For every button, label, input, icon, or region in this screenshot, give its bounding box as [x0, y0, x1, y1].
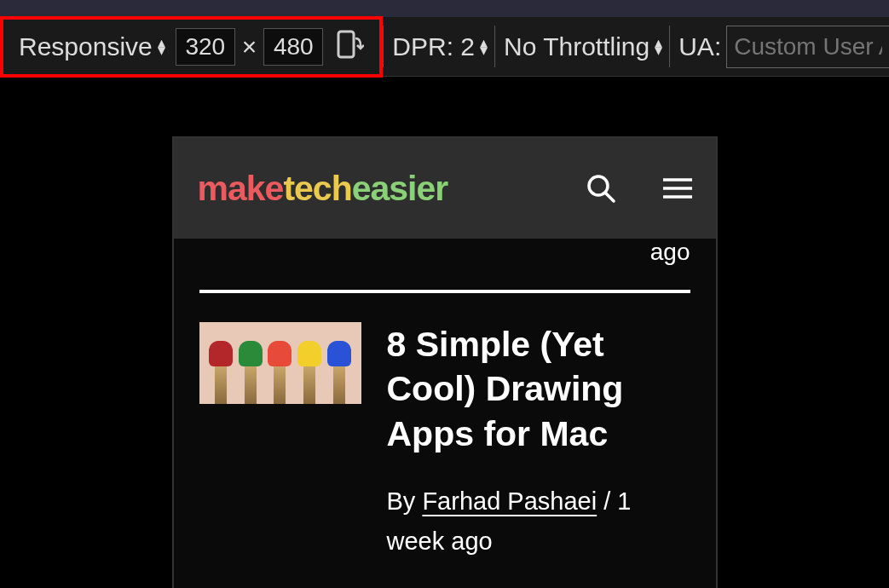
- viewport-height-input[interactable]: [263, 28, 323, 66]
- paintbrush-icon: [329, 341, 349, 404]
- search-button[interactable]: [569, 172, 632, 205]
- logo-part-tech: tech: [283, 169, 351, 208]
- svg-point-1: [589, 176, 608, 195]
- svg-rect-0: [338, 32, 354, 57]
- throttling-select[interactable]: No Throttling ▴▾: [495, 17, 669, 76]
- by-label: By: [387, 487, 423, 515]
- device-viewport-area: maketecheasier ago: [0, 77, 889, 588]
- search-icon: [585, 172, 617, 205]
- article-item: 8 Simple (Yet Cool) Drawing Apps for Mac…: [174, 293, 716, 569]
- paintbrush-icon: [240, 341, 261, 404]
- site-header: maketecheasier: [174, 138, 716, 239]
- previous-article-meta-tail: ago: [174, 239, 716, 290]
- ua-label-wrap: UA:: [670, 17, 726, 76]
- author-link[interactable]: Farhad Pashaei: [422, 487, 597, 515]
- rotate-device-button[interactable]: [326, 28, 372, 66]
- devtools-responsive-toolbar: Responsive ▴▾ × DPR: 2 ▴▾ No Throttling …: [0, 17, 889, 77]
- article-body: 8 Simple (Yet Cool) Drawing Apps for Mac…: [387, 322, 690, 561]
- dpr-select[interactable]: DPR: 2 ▴▾: [384, 17, 494, 76]
- highlighted-region: Responsive ▴▾ ×: [0, 16, 383, 78]
- article-meta: By Farhad Pashaei / 1 week ago: [387, 481, 690, 561]
- paintbrush-icon: [299, 341, 320, 404]
- sort-arrows-icon: ▴▾: [480, 39, 486, 53]
- svg-line-2: [606, 193, 614, 201]
- dpr-label: DPR: 2: [392, 32, 475, 61]
- viewport-width-input[interactable]: [176, 28, 235, 66]
- meta-separator: /: [597, 487, 617, 515]
- logo-part-make: make: [198, 169, 284, 208]
- article-thumbnail[interactable]: [199, 322, 361, 404]
- paintbrush-icon: [211, 341, 231, 404]
- throttling-label: No Throttling: [504, 32, 649, 61]
- ua-label: UA:: [678, 32, 721, 61]
- site-logo[interactable]: maketecheasier: [198, 169, 569, 209]
- simulated-page: maketecheasier ago: [172, 136, 718, 588]
- paintbrush-icon: [269, 341, 290, 404]
- sort-arrows-icon: ▴▾: [655, 39, 661, 53]
- browser-chrome-top: [0, 0, 889, 17]
- device-mode-select[interactable]: Responsive ▴▾: [10, 20, 172, 74]
- logo-part-easier: easier: [352, 169, 448, 208]
- article-title[interactable]: 8 Simple (Yet Cool) Drawing Apps for Mac: [387, 322, 690, 456]
- dimension-x-separator: ×: [239, 32, 261, 61]
- time-fragment: ago: [650, 239, 690, 265]
- device-rotate-icon: [335, 28, 364, 66]
- sort-arrows-icon: ▴▾: [158, 39, 164, 53]
- menu-button[interactable]: [632, 177, 692, 199]
- hamburger-icon: [663, 177, 692, 199]
- device-mode-label: Responsive: [19, 32, 153, 61]
- user-agent-input[interactable]: [726, 26, 889, 68]
